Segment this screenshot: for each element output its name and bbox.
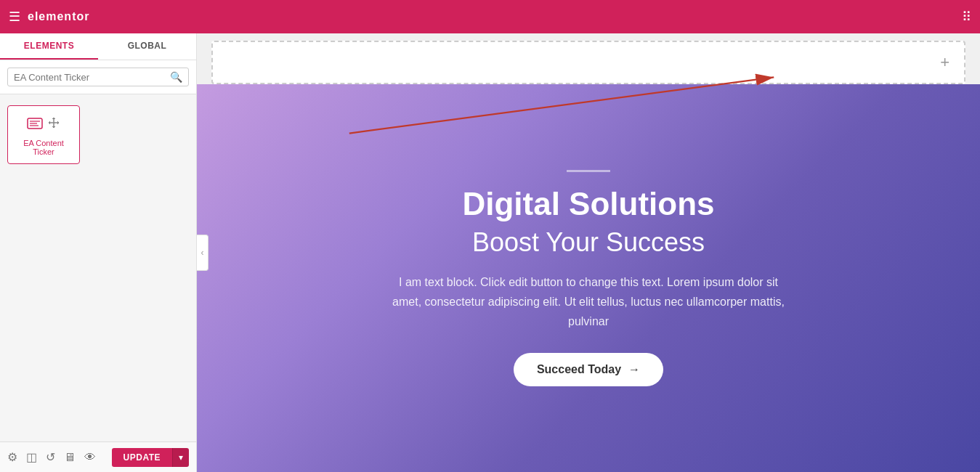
preview-icon[interactable]: 👁 xyxy=(84,451,96,464)
sidebar-content: EA Content Ticker xyxy=(0,94,196,442)
top-bar: ☰ elementor ⠿ xyxy=(0,0,980,33)
settings-icon[interactable]: ⚙ xyxy=(7,450,17,464)
hero-section: Digital Solutions Boost Your Success I a… xyxy=(197,84,980,472)
tab-global[interactable]: GLOBAL xyxy=(98,33,196,60)
update-btn-group: UPDATE ▾ xyxy=(112,448,189,467)
layers-icon[interactable]: ◫ xyxy=(26,450,37,464)
ticker-icon xyxy=(27,116,43,133)
top-bar-left: ☰ elementor xyxy=(9,9,89,25)
move-icon xyxy=(47,116,60,133)
canvas-area: ‹ + Digital Solutions Boost Your Success… xyxy=(197,33,980,472)
search-input[interactable] xyxy=(14,72,170,83)
responsive-icon[interactable]: 🖥 xyxy=(64,451,76,464)
sidebar-search: 🔍 xyxy=(0,60,196,94)
hero-subtitle: Boost Your Success xyxy=(472,227,705,258)
update-arrow-button[interactable]: ▾ xyxy=(172,448,189,467)
search-wrapper: 🔍 xyxy=(7,68,189,86)
sidebar-tabs: ELEMENTS GLOBAL xyxy=(0,33,196,60)
widget-card-icons xyxy=(27,116,60,133)
history-icon[interactable]: ↺ xyxy=(46,450,55,464)
sidebar: ELEMENTS GLOBAL 🔍 xyxy=(0,33,197,472)
update-button[interactable]: UPDATE xyxy=(112,448,172,467)
bottom-bar: ⚙ ◫ ↺ 🖥 👁 UPDATE ▾ xyxy=(0,442,196,472)
hero-title: Digital Solutions xyxy=(462,187,714,221)
tab-elements[interactable]: ELEMENTS xyxy=(0,33,98,60)
hamburger-icon[interactable]: ☰ xyxy=(9,9,20,25)
hero-cta-button[interactable]: Succeed Today → xyxy=(514,353,663,386)
hero-body-text: I am text block. Click edit button to ch… xyxy=(385,272,792,332)
hero-divider xyxy=(567,170,610,172)
grid-icon[interactable]: ⠿ xyxy=(962,9,971,25)
collapse-handle[interactable]: ‹ xyxy=(197,235,208,271)
hero-cta-label: Succeed Today xyxy=(537,363,621,376)
hero-cta-arrow-icon: → xyxy=(628,363,640,376)
drop-plus-icon: + xyxy=(940,53,949,72)
search-icon[interactable]: 🔍 xyxy=(170,71,182,83)
main-layout: ELEMENTS GLOBAL 🔍 xyxy=(0,33,980,472)
widget-card-content-ticker[interactable]: EA Content Ticker xyxy=(7,105,80,164)
widget-label: EA Content Ticker xyxy=(14,139,73,156)
drop-zone[interactable]: + xyxy=(211,41,965,84)
elementor-logo: elementor xyxy=(28,10,89,23)
